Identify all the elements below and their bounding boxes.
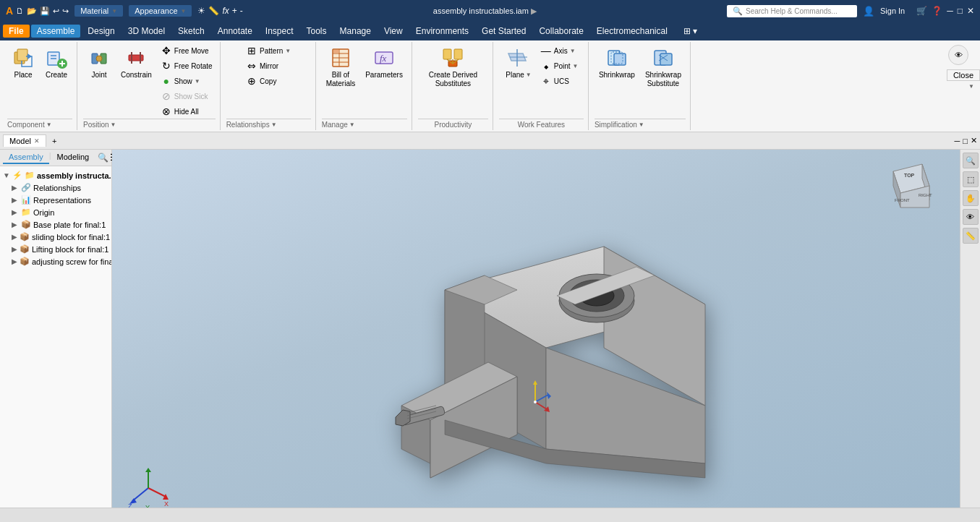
tab-model[interactable]: Model ✕ (3, 134, 46, 147)
menu-item-sketch[interactable]: Sketch (172, 25, 210, 38)
pattern-button[interactable]: ⊞ Pattern ▼ (243, 43, 294, 58)
position-group-label[interactable]: Position ▼ (83, 119, 216, 129)
fx-icon[interactable]: fx (222, 6, 229, 16)
free-rotate-button[interactable]: ↻ Free Rotate (158, 59, 216, 73)
zoom-extents-btn[interactable]: ⬚ (963, 171, 979, 187)
signin-label[interactable]: Sign In (880, 7, 905, 15)
menu-item-file[interactable]: File (3, 25, 30, 38)
cart-icon[interactable]: 🛒 (916, 6, 927, 16)
svg-text:FRONT: FRONT (895, 198, 910, 202)
menu-item-manage[interactable]: Manage (334, 25, 377, 38)
shrinkwrap-button[interactable]: Shrinkwrap (595, 43, 639, 82)
menu-item-electromechanical[interactable]: Electromechanical (591, 25, 673, 38)
ribbon-close-button[interactable]: Close (947, 69, 980, 81)
component-group-label[interactable]: Component ▼ (7, 119, 72, 129)
menu-item-assemble[interactable]: Assemble (31, 25, 81, 38)
ribbon: Place Create (0, 40, 980, 132)
tab-model-close[interactable]: ✕ (34, 137, 40, 145)
axis-button[interactable]: — Axis ▼ (537, 43, 581, 58)
tree-item-baseplate[interactable]: ▶ 📦 Base plate for final:1 (0, 218, 111, 231)
copy-button[interactable]: ⊕ Copy (243, 74, 294, 88)
relationships-group-label[interactable]: Relationships ▼ (226, 119, 311, 129)
free-move-button[interactable]: ✥ Free Move (158, 43, 216, 58)
tree-item-adjustingscrew[interactable]: ▶ 📦 adjusting screw for fina... (0, 255, 111, 268)
show-sick-button[interactable]: ⊘ Show Sick (158, 89, 216, 103)
mirror-button[interactable]: ⇔ Mirror (243, 59, 294, 73)
plus-icon[interactable]: + (232, 6, 237, 16)
view-options-button[interactable]: 👁 (948, 45, 968, 65)
tree-item-root[interactable]: ▼ ⚡ 📁 assembly instructa... (0, 169, 111, 181)
appearance-dropdown[interactable]: Appearance ▼ (129, 5, 192, 17)
tree-item-slidingblock[interactable]: ▶ 📦 sliding block for final:1 (0, 231, 111, 243)
shrinkwrap-sub-button[interactable]: ShrinkwrapSubstitute (641, 43, 686, 91)
maximize-btn[interactable]: □ (958, 6, 963, 16)
view-cube[interactable]: TOP RIGHT FRONT (879, 157, 937, 215)
component-dropdown-arrow: ▼ (46, 121, 52, 128)
menu-item-view[interactable]: View (378, 25, 409, 38)
joint-icon (88, 46, 111, 69)
zoom-in-btn[interactable]: 🔍 (963, 153, 979, 168)
bom-label: Bill ofMaterials (326, 71, 356, 88)
constrain-button[interactable]: Constrain (116, 43, 156, 82)
menu-item-getstarted[interactable]: Get Started (476, 25, 532, 38)
undo-icon[interactable]: ↩ (53, 7, 59, 16)
search-panel-icon[interactable]: 🔍 (98, 153, 108, 163)
menu-item-design[interactable]: Design (82, 25, 120, 38)
material-dropdown[interactable]: Material ▼ (74, 5, 123, 17)
menu-item-inspect[interactable]: Inspect (260, 25, 299, 38)
search-box[interactable]: 🔍 Search Help & Commands... (727, 5, 857, 17)
create-derived-button[interactable]: Create DerivedSubstitutes (425, 43, 482, 91)
joint-button[interactable]: Joint (83, 43, 115, 82)
minimize-btn[interactable]: ─ (947, 6, 953, 16)
new-icon[interactable]: 🗋 (16, 7, 24, 15)
hide-all-button[interactable]: ⊗ Hide All (158, 104, 216, 119)
slidingblock-expand-icon: ▶ (12, 233, 17, 241)
mirror-icon: ⇔ (246, 60, 257, 72)
show-button[interactable]: ● Show ▼ (158, 74, 216, 88)
axis-dropdown-arrow: ▼ (570, 48, 576, 54)
tree-item-origin[interactable]: ▶ 📁 Origin (0, 206, 111, 218)
create-derived-label: Create DerivedSubstitutes (429, 71, 477, 88)
menu-expand-btn[interactable]: ⊞ ▾ (678, 25, 703, 38)
open-icon[interactable]: 📂 (27, 7, 37, 16)
simplification-group-label[interactable]: Simplification ▼ (595, 119, 686, 129)
panel-tab-assembly[interactable]: Assembly (3, 151, 49, 164)
panel-tab-modeling[interactable]: Modeling (51, 151, 95, 164)
help-icon[interactable]: ❓ (932, 6, 942, 16)
menu-item-3dmodel[interactable]: 3D Model (122, 25, 171, 38)
measure-icon[interactable]: 📏 (208, 6, 219, 16)
menu-item-environments[interactable]: Environments (410, 25, 474, 38)
sun-icon[interactable]: ☀ (197, 6, 205, 16)
bom-button[interactable]: Bill ofMaterials (322, 43, 360, 91)
ucs-button[interactable]: ⌖ UCS (537, 74, 581, 88)
tree-item-liftingblock[interactable]: ▶ 📦 Lifting block for final:1 (0, 243, 111, 255)
menu-item-collaborate[interactable]: Collaborate (533, 25, 589, 38)
manage-group-label[interactable]: Manage ▼ (322, 119, 407, 129)
look-at-btn[interactable]: 👁 (963, 209, 979, 225)
point-button[interactable]: ⬥ Point ▼ (537, 59, 581, 73)
create-derived-icon (441, 46, 464, 69)
viewport[interactable]: Z X Y TOP RIGHT (112, 150, 980, 522)
ucs-label: UCS (554, 77, 569, 85)
tab-close[interactable]: ✕ (971, 136, 977, 145)
menu-item-annotate[interactable]: Annotate (212, 25, 258, 38)
show-label: Show (174, 77, 192, 85)
tab-add-button[interactable]: + (48, 135, 61, 147)
right-toolbar: 🔍 ⬚ ✋ 👁 📏 (960, 150, 980, 522)
create-button[interactable]: Create (41, 43, 72, 82)
menu-item-tools[interactable]: Tools (301, 25, 333, 38)
svg-rect-33 (660, 54, 672, 65)
measure-btn[interactable]: 📏 (963, 228, 979, 244)
tab-minimize[interactable]: ─ (955, 137, 960, 145)
tree-item-relationships[interactable]: ▶ 🔗 Relationships (0, 181, 111, 194)
tab-restore[interactable]: □ (963, 137, 968, 145)
redo-icon[interactable]: ↪ (62, 7, 69, 16)
place-button[interactable]: Place (7, 43, 39, 82)
pan-btn[interactable]: ✋ (963, 190, 979, 206)
save-icon[interactable]: 💾 (40, 7, 50, 16)
minus-icon[interactable]: - (240, 6, 243, 16)
close-window-btn[interactable]: ✕ (967, 6, 974, 16)
tree-item-representations[interactable]: ▶ 📊 Representations (0, 194, 111, 206)
parameters-button[interactable]: fx Parameters (361, 43, 407, 82)
plane-button[interactable]: Plane ▼ (501, 43, 536, 82)
